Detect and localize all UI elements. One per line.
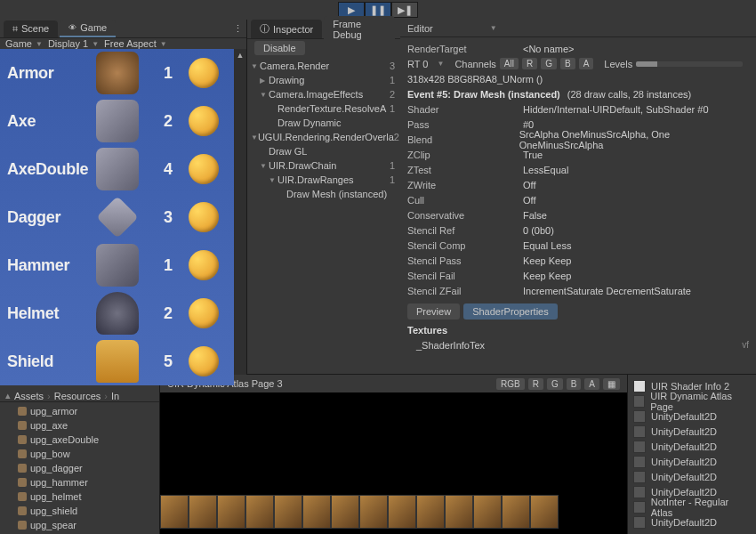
asset-name: upg_axe xyxy=(30,420,68,431)
game-mode-dropdown[interactable]: Game▼ xyxy=(5,38,43,49)
item-icon xyxy=(96,52,139,94)
texture-name: UIR Dynamic Atlas Page xyxy=(650,391,751,412)
tree-count: 1 xyxy=(390,103,395,114)
channel-rgb[interactable]: RGB xyxy=(496,378,525,390)
asset-item[interactable]: upg_spear xyxy=(0,518,159,532)
game-scrollbar[interactable]: ▲ ▼ xyxy=(234,49,246,385)
preview-button[interactable]: Preview xyxy=(407,303,460,320)
channel-a[interactable]: A xyxy=(584,378,599,390)
asset-item[interactable]: upg_axe xyxy=(0,418,159,433)
property-row: ZTestLessEqual xyxy=(407,162,749,177)
tree-count: 1 xyxy=(390,160,395,171)
atlas-tile xyxy=(502,495,530,529)
breadcrumb-seg[interactable]: Assets xyxy=(14,391,44,401)
tree-row[interactable]: ▶Drawing1 xyxy=(247,73,400,87)
levels-slider[interactable] xyxy=(636,61,743,67)
atlas-tile xyxy=(302,495,331,529)
tab-inspector[interactable]: ⓘ Inspector xyxy=(251,20,322,38)
breadcrumb-seg[interactable]: Resources xyxy=(54,391,101,401)
levels-label: Levels xyxy=(604,59,632,69)
tree-label: Drawing xyxy=(269,75,304,85)
texture-item[interactable]: UnityDefault2D xyxy=(628,439,756,454)
tree-row[interactable]: ▼UGUI.Rendering.RenderOverla2 xyxy=(247,130,400,144)
texture-item[interactable]: NotInter - Regular Atlas xyxy=(628,499,756,514)
tree-row[interactable]: Draw Dynamic xyxy=(247,116,400,130)
asset-name: upg_helmet xyxy=(30,491,82,502)
scroll-up-icon[interactable]: ▲ xyxy=(236,51,245,60)
asset-item[interactable]: upg_armor xyxy=(0,404,159,418)
asset-item[interactable]: upg_shield xyxy=(0,504,159,518)
tree-count: 1 xyxy=(390,75,395,85)
item-count: 4 xyxy=(155,160,181,179)
property-value: Off xyxy=(523,195,535,206)
tree-toggle-icon[interactable]: ▼ xyxy=(269,176,277,184)
tree-row[interactable]: ▼Camera.Render3 xyxy=(247,59,400,73)
display-dropdown[interactable]: Display 1▼ xyxy=(48,38,99,49)
game-toolbar: Game▼ Display 1▼ Free Aspect▼ xyxy=(0,38,246,49)
texture-item[interactable]: UnityDefault2D xyxy=(628,424,756,439)
checker-icon[interactable]: ▦ xyxy=(603,378,620,390)
atlas-view[interactable] xyxy=(160,392,627,534)
asset-item[interactable]: upg_axeDouble xyxy=(0,433,159,447)
channel-all[interactable]: All xyxy=(500,58,519,69)
properties-panel: RenderTarget <No name> RT 0▼ Channels Al… xyxy=(400,37,756,374)
channel-g[interactable]: G xyxy=(541,58,557,69)
item-icon xyxy=(96,100,139,142)
inventory-row: Helmet 2 xyxy=(0,289,234,337)
texture-item[interactable]: UnityDefault2D xyxy=(628,454,756,469)
asset-item[interactable]: upg_dagger xyxy=(0,461,159,475)
tree-label: Camera.Render xyxy=(260,61,329,71)
asset-item[interactable]: upg_hammer xyxy=(0,475,159,490)
breadcrumb-up-icon[interactable]: ▴ xyxy=(5,390,11,401)
asset-name: upg_dagger xyxy=(30,463,83,473)
tree-toggle-icon[interactable]: ▼ xyxy=(260,91,269,99)
disable-button[interactable]: Disable xyxy=(254,41,305,55)
tab-scene[interactable]: ⌗ Scene xyxy=(4,20,58,37)
tree-label: Draw GL xyxy=(269,146,307,157)
texture-name: UnityDefault2D xyxy=(651,441,717,452)
rt-dropdown[interactable]: RT 0▼ xyxy=(407,59,444,69)
tab-frame-debug[interactable]: Frame Debug xyxy=(324,16,395,43)
texture-item[interactable]: UnityDefault2D xyxy=(628,469,756,484)
shader-properties-button[interactable]: ShaderProperties xyxy=(463,303,558,320)
tree-row[interactable]: ▼UIR.DrawRanges1 xyxy=(247,173,400,187)
property-value: Keep Keep xyxy=(523,255,571,266)
chevron-right-icon: › xyxy=(104,391,108,401)
texture-name: UnityDefault2D xyxy=(651,411,717,422)
tree-row[interactable]: ▼Camera.ImageEffects2 xyxy=(247,87,400,101)
texture-item[interactable]: UIR Dynamic Atlas Page xyxy=(628,393,756,409)
tree-toggle-icon[interactable]: ▼ xyxy=(260,162,269,170)
property-key: Stencil Ref xyxy=(407,225,523,236)
tree-row[interactable]: ▼UIR.DrawChain1 xyxy=(247,158,400,173)
item-icon xyxy=(96,244,139,287)
aspect-dropdown[interactable]: Free Aspect▼ xyxy=(104,38,167,49)
channel-b[interactable]: B xyxy=(560,58,575,69)
item-icon xyxy=(96,292,139,335)
step-button[interactable]: ▶❚ xyxy=(391,2,418,18)
tab-game[interactable]: 👁 Game xyxy=(60,20,116,37)
event-title: Event #5: Draw Mesh (instanced) xyxy=(407,89,560,100)
tree-label: Draw Dynamic xyxy=(277,117,342,128)
channel-r[interactable]: R xyxy=(528,378,543,390)
tree-row[interactable]: RenderTexture.ResolveA1 xyxy=(247,101,400,116)
item-count: 2 xyxy=(155,112,181,131)
channel-r[interactable]: R xyxy=(522,58,537,69)
tree-toggle-icon[interactable]: ▼ xyxy=(251,62,260,70)
tree-toggle-icon[interactable]: ▼ xyxy=(251,134,258,142)
tree-row[interactable]: Draw Mesh (instanced) xyxy=(247,187,400,201)
item-name: Helmet xyxy=(7,304,96,323)
channel-a[interactable]: A xyxy=(579,58,594,69)
breadcrumb-seg[interactable]: In xyxy=(111,391,119,401)
item-name: Shield xyxy=(7,352,96,371)
channel-b[interactable]: B xyxy=(567,378,582,390)
asset-item[interactable]: upg_bow xyxy=(0,447,159,461)
asset-item[interactable]: upg_helmet xyxy=(0,490,159,504)
tree-row[interactable]: Draw GL xyxy=(247,144,400,158)
channel-g[interactable]: G xyxy=(547,378,563,390)
tree-toggle-icon[interactable]: ▶ xyxy=(260,77,269,85)
editor-dropdown[interactable]: Editor▼ xyxy=(407,23,497,34)
property-key: Stencil Comp xyxy=(407,240,523,251)
property-value: 0 (0b0) xyxy=(523,225,554,236)
tab-menu-icon[interactable]: ⋮ xyxy=(233,23,243,35)
vf-label: vf xyxy=(742,340,749,350)
